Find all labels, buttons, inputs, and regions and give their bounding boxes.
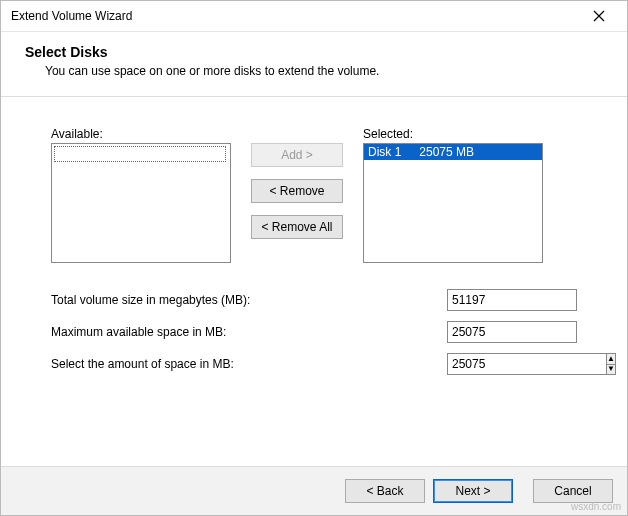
- footer-buttons: < Back Next > Cancel: [1, 466, 627, 515]
- titlebar: Extend Volume Wizard: [1, 1, 627, 32]
- available-listbox[interactable]: [51, 143, 231, 263]
- add-button: Add >: [251, 143, 343, 167]
- available-column: Available:: [51, 127, 231, 263]
- available-focus-rect: [54, 146, 226, 162]
- cancel-button[interactable]: Cancel: [533, 479, 613, 503]
- remove-all-button[interactable]: < Remove All: [251, 215, 343, 239]
- back-button[interactable]: < Back: [345, 479, 425, 503]
- total-size-label: Total volume size in megabytes (MB):: [51, 293, 447, 307]
- remove-button[interactable]: < Remove: [251, 179, 343, 203]
- heading-area: Select Disks You can use space on one or…: [1, 32, 627, 97]
- size-fields: Total volume size in megabytes (MB): 511…: [51, 289, 577, 375]
- disk-name: Disk 1: [368, 144, 401, 160]
- selected-column: Selected: Disk 1 25075 MB: [363, 127, 543, 263]
- available-label: Available:: [51, 127, 231, 141]
- next-button[interactable]: Next >: [433, 479, 513, 503]
- select-space-input[interactable]: [447, 353, 606, 375]
- page-title: Select Disks: [25, 44, 603, 60]
- spinner-up[interactable]: ▲: [607, 354, 615, 365]
- disk-selection-area: Available: Add > < Remove < Remove All S…: [51, 127, 577, 263]
- page-subtitle: You can use space on one or more disks t…: [45, 64, 603, 78]
- close-button[interactable]: [579, 2, 619, 30]
- max-space-label: Maximum available space in MB:: [51, 325, 447, 339]
- close-icon: [593, 10, 605, 22]
- window-title: Extend Volume Wizard: [11, 9, 579, 23]
- total-size-value: 51197: [447, 289, 577, 311]
- selected-listbox[interactable]: Disk 1 25075 MB: [363, 143, 543, 263]
- select-space-label: Select the amount of space in MB:: [51, 357, 447, 371]
- disk-size: 25075 MB: [419, 144, 474, 160]
- list-item[interactable]: Disk 1 25075 MB: [364, 144, 542, 160]
- transfer-buttons: Add > < Remove < Remove All: [251, 127, 343, 239]
- content-area: Available: Add > < Remove < Remove All S…: [1, 97, 627, 375]
- spinner-buttons: ▲ ▼: [606, 353, 616, 375]
- max-space-value: 25075: [447, 321, 577, 343]
- selected-label: Selected:: [363, 127, 543, 141]
- wizard-window: Extend Volume Wizard Select Disks You ca…: [0, 0, 628, 516]
- select-space-spinner[interactable]: ▲ ▼: [447, 353, 577, 375]
- spinner-down[interactable]: ▼: [607, 365, 615, 375]
